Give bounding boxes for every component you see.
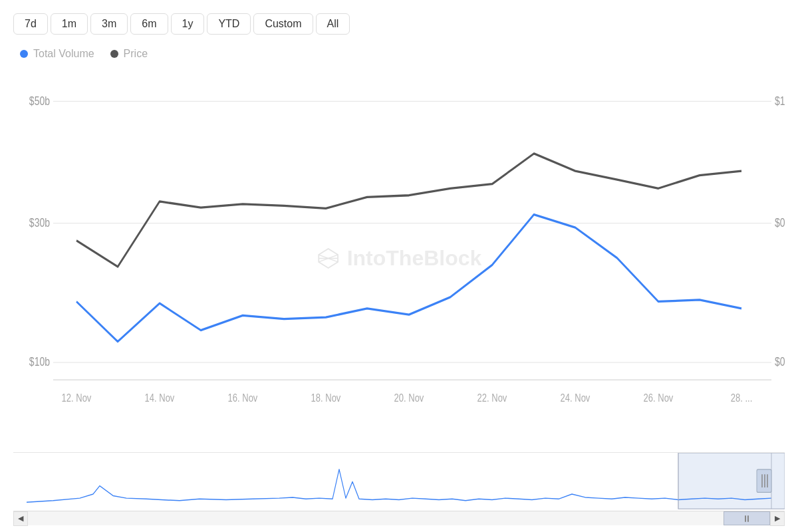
main-chart-svg: $50b $30b $10b $1.20 $0.600000 $0.00 12.…: [13, 66, 785, 450]
nav-track: [28, 511, 770, 525]
legend-label-volume: Total Volume: [33, 48, 94, 60]
btn-7d[interactable]: 7d: [13, 13, 48, 35]
mini-chart-container: 2018 2020 2022 2024 ◀: [13, 452, 785, 525]
legend-price: Price: [110, 48, 148, 60]
btn-all[interactable]: All: [316, 13, 350, 35]
legend-dot-price: [110, 50, 118, 58]
x-label-14nov: 14. Nov: [145, 391, 175, 404]
navigator-scrollbar: ◀ ▶: [13, 511, 785, 525]
btn-custom[interactable]: Custom: [253, 13, 313, 35]
legend-total-volume: Total Volume: [20, 48, 94, 60]
x-label-20nov: 20. Nov: [394, 391, 424, 404]
y-right-0-60: $0.600000: [775, 215, 785, 229]
volume-line: [76, 215, 741, 342]
nav-handle-grip: [745, 515, 749, 522]
svg-rect-12: [757, 469, 771, 493]
btn-1m[interactable]: 1m: [51, 13, 88, 35]
btn-6m[interactable]: 6m: [130, 13, 168, 35]
y-right-0-00: $0.00: [775, 354, 785, 368]
chart-legend: Total Volume Price: [13, 48, 785, 60]
y-label-50b: $50b: [29, 94, 50, 107]
nav-right-arrow[interactable]: ▶: [770, 511, 785, 526]
x-label-28nov: 28. ...: [731, 391, 752, 404]
x-label-26nov: 26. Nov: [644, 391, 674, 404]
y-right-1-20: $1.20: [775, 94, 785, 107]
x-label-12nov: 12. Nov: [62, 391, 92, 404]
btn-1y[interactable]: 1y: [171, 13, 205, 35]
main-chart-container: IntoTheBlock $50b $30b $10b $1.20 $0.600…: [13, 66, 785, 450]
nav-left-arrow[interactable]: ◀: [13, 511, 28, 526]
time-range-toolbar: 7d 1m 3m 6m 1y YTD Custom All: [13, 13, 785, 35]
legend-dot-volume: [20, 50, 28, 58]
y-label-10b: $10b: [29, 354, 50, 368]
x-label-18nov: 18. Nov: [311, 391, 341, 404]
x-label-16nov: 16. Nov: [228, 391, 258, 404]
nav-handle[interactable]: [724, 511, 770, 525]
price-line: [76, 154, 741, 267]
btn-3m[interactable]: 3m: [90, 13, 128, 35]
x-label-22nov: 22. Nov: [477, 391, 507, 404]
x-label-24nov: 24. Nov: [561, 391, 591, 404]
page-container: 7d 1m 3m 6m 1y YTD Custom All Total Volu…: [0, 0, 798, 532]
y-label-30b: $30b: [29, 215, 50, 229]
legend-label-price: Price: [124, 48, 148, 60]
chart-wrapper: IntoTheBlock $50b $30b $10b $1.20 $0.600…: [13, 66, 785, 525]
btn-ytd[interactable]: YTD: [207, 13, 251, 35]
